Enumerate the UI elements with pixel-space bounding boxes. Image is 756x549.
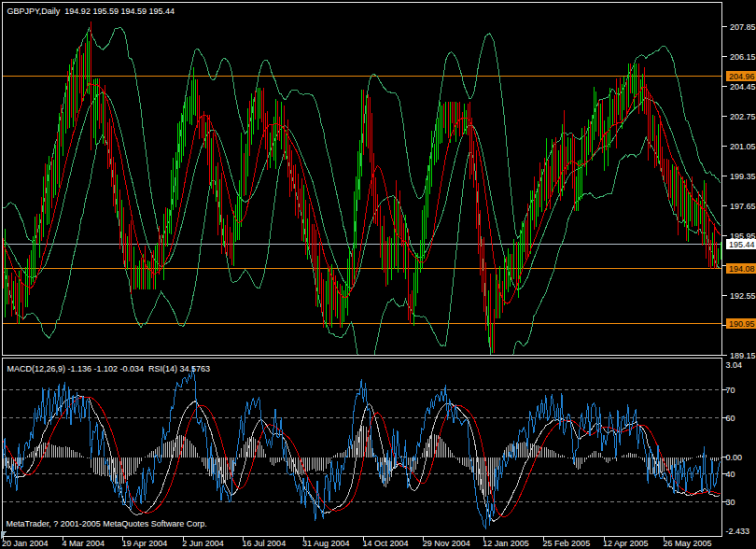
svg-text:MetaTrader, ? 2001-2005 MetaQu: MetaTrader, ? 2001-2005 MetaQuotes Softw… <box>7 519 207 528</box>
svg-text:192.55: 192.55 <box>730 291 756 301</box>
svg-text:31 Aug 2004: 31 Aug 2004 <box>302 539 350 548</box>
svg-text:26 May 2005: 26 May 2005 <box>663 539 711 548</box>
svg-text:190.95: 190.95 <box>729 319 755 329</box>
svg-text:202.75: 202.75 <box>730 112 756 121</box>
svg-text:197.65: 197.65 <box>730 202 756 211</box>
svg-text:60: 60 <box>726 414 735 423</box>
svg-text:14 Oct 2004: 14 Oct 2004 <box>362 539 408 548</box>
svg-text:MACD(12,26,9) -1.136 -1.102 -0: MACD(12,26,9) -1.136 -1.102 -0.034 RSI(1… <box>7 364 211 373</box>
svg-text:3.04: 3.04 <box>726 360 743 370</box>
svg-text:12 Jan 2005: 12 Jan 2005 <box>483 539 529 548</box>
svg-text:GBPJPY,Daily 194.92 195.59 19: GBPJPY,Daily 194.92 195.59 194.59 195.44 <box>7 7 175 16</box>
svg-text:12 Apr 2005: 12 Apr 2005 <box>603 539 649 548</box>
svg-text:30: 30 <box>726 498 735 507</box>
svg-text:29 Nov 2004: 29 Nov 2004 <box>423 539 470 548</box>
svg-text:20 Jan 2004: 20 Jan 2004 <box>2 539 49 548</box>
svg-text:194.08: 194.08 <box>729 264 755 274</box>
svg-text:0.00: 0.00 <box>726 453 743 462</box>
svg-text:206.15: 206.15 <box>730 52 756 62</box>
svg-text:195.44: 195.44 <box>729 240 755 249</box>
svg-text:2 Jun 2004: 2 Jun 2004 <box>182 539 224 548</box>
svg-text:40: 40 <box>726 470 735 479</box>
svg-text:25 Feb 2005: 25 Feb 2005 <box>543 539 591 548</box>
svg-text:207.85: 207.85 <box>730 22 756 32</box>
svg-text:4 Mar 2004: 4 Mar 2004 <box>62 539 105 548</box>
svg-text:199.35: 199.35 <box>730 172 756 181</box>
svg-text:189.15: 189.15 <box>730 351 756 360</box>
svg-text:204.96: 204.96 <box>729 72 755 81</box>
svg-text:204.45: 204.45 <box>730 82 756 92</box>
svg-text:16 Jul 2004: 16 Jul 2004 <box>243 539 287 548</box>
svg-text:19 Apr 2004: 19 Apr 2004 <box>122 539 168 548</box>
svg-text:70: 70 <box>726 386 735 395</box>
svg-text:201.05: 201.05 <box>730 142 756 151</box>
svg-text:-2.433: -2.433 <box>726 527 750 536</box>
